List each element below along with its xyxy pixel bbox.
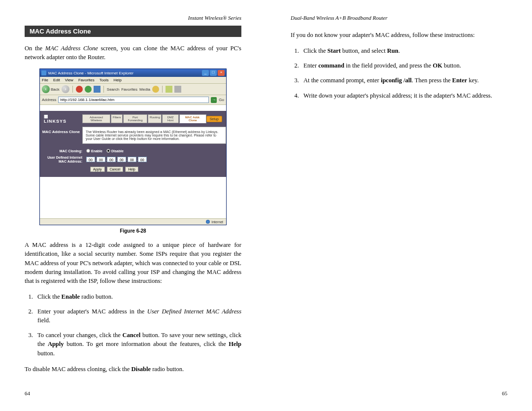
right-intro: If you do not know your adapter's MAC ad… <box>291 31 507 39</box>
apply-button[interactable]: Apply <box>90 167 105 172</box>
text-bold: Enter <box>452 77 467 84</box>
mac-octet-4[interactable]: 00 <box>117 157 126 162</box>
text: To disable MAC address cloning, click th… <box>25 366 131 373</box>
help-button[interactable]: Help <box>125 167 138 172</box>
disable-paragraph: To disable MAC address cloning, click th… <box>25 365 241 374</box>
mac-address-label: User Defined Internet MAC Address: <box>44 156 86 163</box>
text-bold: Help <box>229 341 241 347</box>
mail-icon[interactable] <box>166 86 172 93</box>
minimize-button[interactable]: _ <box>202 70 209 76</box>
mac-octet-5[interactable]: 00 <box>128 157 136 162</box>
tab-port-forwarding[interactable]: Port Forwarding <box>123 114 147 123</box>
mac-octet-2[interactable]: 00 <box>97 157 105 162</box>
figure-caption: Figure 6-28 <box>25 228 241 234</box>
menu-view[interactable]: View <box>65 78 73 82</box>
router-header: ▦ LINKSYS Advanced Wireless Filters Port… <box>40 111 226 127</box>
router-tabs: Advanced Wireless Filters Port Forwardin… <box>82 114 206 123</box>
text: button, and select <box>341 47 387 54</box>
text: Enter your adapter's MAC address in the <box>37 308 147 315</box>
text: radio button. <box>80 293 113 300</box>
favorites-button[interactable]: Favorites <box>121 87 137 92</box>
step-r2: Enter command in the field provided, and… <box>300 61 507 70</box>
history-icon[interactable] <box>152 86 159 93</box>
refresh-icon[interactable] <box>85 86 92 93</box>
text: To cancel your changes, click the <box>37 332 122 339</box>
enable-radio[interactable] <box>86 149 90 153</box>
page-number-right: 65 <box>502 390 507 396</box>
text: field. <box>37 317 50 324</box>
status-text: Internet <box>211 220 223 224</box>
text-bold: command <box>318 62 344 69</box>
address-label: Address <box>42 98 56 102</box>
text-italic: MAC Address Clone <box>45 45 98 52</box>
window-title: MAC Address Clone - Microsoft Internet E… <box>48 71 202 75</box>
text-bold: Apply <box>48 341 64 347</box>
close-button[interactable]: × <box>218 70 225 76</box>
back-icon: ‹ <box>42 85 50 93</box>
mac-explain-paragraph: A MAC address is a 12-digit code assigne… <box>25 240 241 285</box>
print-icon[interactable] <box>174 86 181 93</box>
setup-button[interactable]: Setup <box>206 116 222 122</box>
mac-octet-3[interactable]: 00 <box>107 157 116 162</box>
separator <box>162 86 163 93</box>
page-content: ▦ LINKSYS Advanced Wireless Filters Port… <box>40 105 226 218</box>
steps-list-right: Click the Start button, and select Run. … <box>300 46 507 100</box>
internet-icon <box>206 220 210 224</box>
step-r4: Write down your adapter's physical addre… <box>300 91 507 100</box>
text-bold: Cancel <box>122 332 140 339</box>
menu-edit[interactable]: Edit <box>53 78 60 82</box>
step-r3: At the command prompt, enter ipconfig /a… <box>300 76 507 85</box>
go-label: Go <box>219 98 224 102</box>
menu-favorites[interactable]: Favorites <box>78 78 95 82</box>
cancel-button[interactable]: Cancel <box>107 167 124 172</box>
tab-routing[interactable]: Routing <box>148 114 162 123</box>
tab-advanced-wireless[interactable]: Advanced Wireless <box>82 114 110 123</box>
maximize-button[interactable]: □ <box>210 70 217 76</box>
text: in the field provided, and press the <box>344 62 432 69</box>
text: . Then press the <box>412 77 452 84</box>
go-button[interactable]: → <box>211 97 217 103</box>
header-right: Dual-Band Wireless A+B Broadband Router <box>291 15 507 21</box>
text: button. <box>442 62 461 69</box>
menu-help[interactable]: Help <box>113 78 121 82</box>
disable-radio[interactable] <box>106 149 110 153</box>
mac-octet-1[interactable]: 00 <box>86 157 95 162</box>
toolbar: ‹ Back › Search Favorites Media <box>40 84 226 95</box>
text: . <box>399 47 400 54</box>
header-left: Instant Wireless® Series <box>25 15 241 21</box>
intro-paragraph: On the MAC Address Clone screen, you can… <box>25 44 241 62</box>
tab-mac-clone[interactable]: MAC Addr. Clone <box>179 114 206 123</box>
text: Click the <box>303 47 328 54</box>
forward-button[interactable]: › <box>62 85 69 93</box>
page-left: Instant Wireless® Series MAC Address Clo… <box>0 15 266 396</box>
text-bold: ipconfig /all <box>381 77 412 84</box>
mac-cloning-label: MAC Cloning: <box>44 149 86 153</box>
search-button[interactable]: Search <box>107 87 119 92</box>
tab-dmz-host[interactable]: DMZ Host <box>162 114 179 123</box>
media-button[interactable]: Media <box>139 87 150 92</box>
ie-icon <box>41 70 46 75</box>
text: radio button. <box>151 366 184 373</box>
mac-octet-6[interactable]: 00 <box>138 157 147 162</box>
stop-icon[interactable] <box>76 86 83 93</box>
menu-file[interactable]: File <box>42 78 48 82</box>
text: At the command prompt, enter <box>303 77 381 84</box>
disable-label: Disable <box>111 149 124 153</box>
menu-tools[interactable]: Tools <box>100 78 109 82</box>
menu-bar: File Edit View Favorites Tools Help <box>40 77 226 84</box>
enable-label: Enable <box>91 149 102 153</box>
back-label: Back <box>51 87 60 92</box>
router-sidebar-title: MAC Address Clone <box>40 127 82 144</box>
address-input[interactable]: http://192.168.1.1/wanMac.htm <box>58 97 209 103</box>
home-icon[interactable] <box>94 86 100 93</box>
brand-text: LINKSYS <box>44 119 66 124</box>
tab-filters[interactable]: Filters <box>111 114 123 123</box>
router-form: MAC Cloning: Enable Disable User Defined… <box>40 144 226 176</box>
desc-text: The Wireless Router has already been ass… <box>86 130 218 140</box>
back-button[interactable]: ‹ Back <box>42 85 60 93</box>
step-2: Enter your adapter's MAC address in the … <box>34 307 241 325</box>
window-titlebar: MAC Address Clone - Microsoft Internet E… <box>40 69 226 77</box>
step-r1: Click the Start button, and select Run. <box>300 46 507 55</box>
text: On the <box>25 45 45 52</box>
status-bar: Internet <box>40 218 226 225</box>
